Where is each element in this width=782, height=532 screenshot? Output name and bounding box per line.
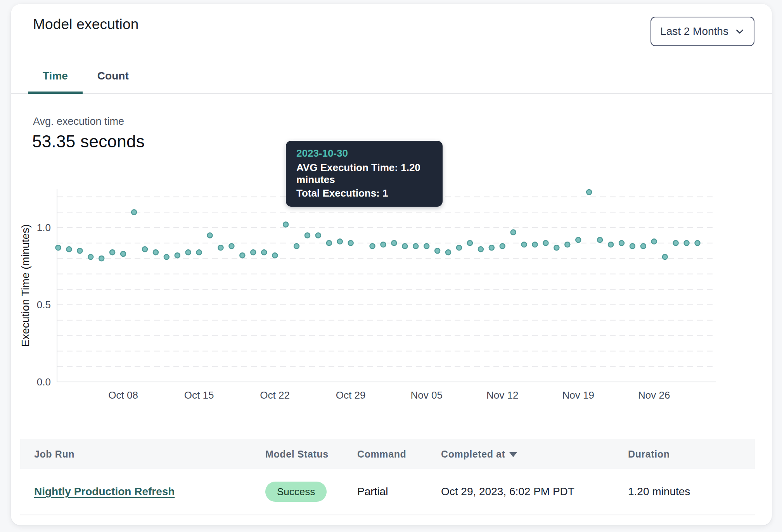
execution-time-scatter-chart[interactable]: 0.00.51.0Oct 08Oct 15Oct 22Oct 29Nov 05N… [11,4,772,415]
data-point[interactable] [261,250,266,255]
data-point[interactable] [348,240,353,245]
data-point[interactable] [283,222,288,227]
data-point[interactable] [381,242,386,247]
svg-text:Execution Time (minutes): Execution Time (minutes) [19,224,31,347]
data-point[interactable] [142,247,147,252]
job-run-link[interactable]: Nightly Production Refresh [34,485,175,497]
data-point[interactable] [554,245,559,250]
data-point[interactable] [121,251,126,256]
data-point[interactable] [673,240,678,245]
svg-text:Nov 05: Nov 05 [410,389,442,401]
data-point[interactable] [435,248,440,253]
data-point[interactable] [402,244,407,249]
data-point[interactable] [543,240,548,245]
data-point[interactable] [370,244,375,249]
model-execution-card: Model execution Last 2 Months Time Count… [11,4,772,525]
data-point[interactable] [197,250,202,255]
data-point[interactable] [251,250,256,255]
data-point[interactable] [186,250,191,255]
data-point[interactable] [630,244,635,249]
data-point[interactable] [695,240,700,245]
data-point[interactable] [586,190,592,195]
data-point[interactable] [153,250,158,255]
svg-text:0.0: 0.0 [37,376,51,388]
data-point[interactable] [663,254,668,259]
data-point[interactable] [218,245,223,250]
data-point[interactable] [684,240,689,245]
command-cell: Partial [357,485,388,497]
data-point[interactable] [327,240,332,245]
column-header-duration: Duration [628,449,744,460]
svg-text:Nov 12: Nov 12 [486,389,518,401]
data-point[interactable] [164,254,169,259]
data-point[interactable] [131,210,137,215]
data-point[interactable] [294,244,299,249]
svg-text:Oct 29: Oct 29 [336,389,366,401]
data-point[interactable] [467,240,472,245]
table-header-row: Job Run Model Status Command Completed a… [20,439,755,469]
svg-text:Nov 19: Nov 19 [562,389,594,401]
table-row: Nightly Production Refresh Success Parti… [20,469,755,515]
data-point[interactable] [56,245,61,250]
data-point[interactable] [533,242,538,247]
data-point[interactable] [316,233,321,238]
svg-text:0.5: 0.5 [37,299,51,311]
svg-text:Oct 22: Oct 22 [260,389,290,401]
job-runs-table: Job Run Model Status Command Completed a… [20,439,755,515]
svg-text:1.0: 1.0 [37,222,51,233]
data-point[interactable] [652,239,657,244]
data-point[interactable] [110,250,115,255]
data-point[interactable] [500,244,505,249]
data-point[interactable] [619,240,624,245]
data-point[interactable] [608,242,613,247]
svg-text:Oct 08: Oct 08 [108,389,138,401]
column-header-job-run: Job Run [20,449,265,460]
column-header-completed-at[interactable]: Completed at [441,449,628,460]
data-point[interactable] [489,245,494,250]
data-point[interactable] [66,247,71,252]
data-point[interactable] [88,254,93,259]
data-point[interactable] [424,244,429,249]
tooltip-date: 2023-10-30 [296,147,432,159]
chart-tooltip: 2023-10-30 AVG Execution Time: 1.20 minu… [286,141,443,207]
column-header-command: Command [357,449,441,460]
data-point[interactable] [478,247,483,252]
data-point[interactable] [272,253,277,258]
data-point[interactable] [522,242,527,247]
data-point[interactable] [413,244,418,249]
data-point[interactable] [576,237,581,242]
data-point[interactable] [305,233,310,238]
data-point[interactable] [99,256,104,261]
data-point[interactable] [446,250,451,255]
data-point[interactable] [641,244,646,249]
data-point[interactable] [565,242,570,247]
data-point[interactable] [77,248,82,253]
duration-cell: 1.20 minutes [628,485,690,497]
data-point[interactable] [457,245,462,250]
data-point[interactable] [391,240,396,245]
data-point[interactable] [229,244,234,249]
data-point[interactable] [208,233,213,238]
data-point[interactable] [337,239,343,244]
data-point[interactable] [175,253,180,258]
svg-text:Oct 15: Oct 15 [184,389,214,401]
data-point[interactable] [240,253,245,258]
completed-at-cell: Oct 29, 2023, 6:02 PM PDT [441,485,574,497]
svg-text:Nov 26: Nov 26 [638,389,670,401]
tooltip-avg-execution: AVG Execution Time: 1.20 minutes [296,162,432,186]
sort-descending-icon [509,452,517,457]
data-point[interactable] [511,230,516,235]
data-point[interactable] [597,237,602,242]
status-badge: Success [265,482,327,502]
column-header-model-status: Model Status [265,449,357,460]
tooltip-total-executions: Total Executions: 1 [296,187,432,199]
